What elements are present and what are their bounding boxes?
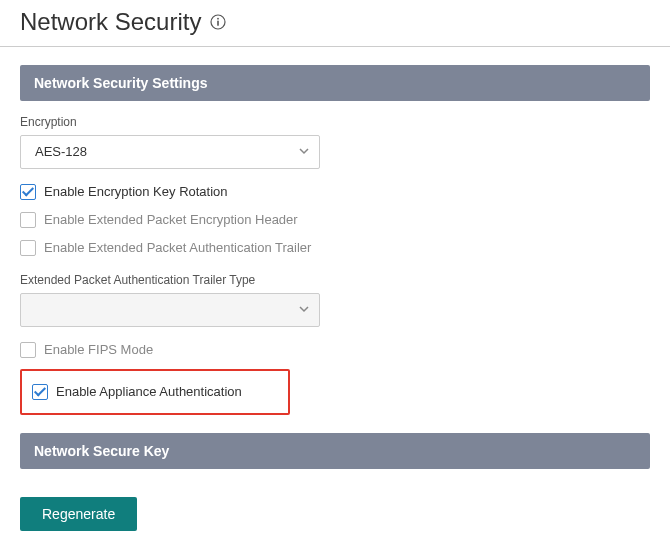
checkbox-label-rotation: Enable Encryption Key Rotation <box>44 183 228 201</box>
checkbox-ext-trailer[interactable] <box>20 240 36 256</box>
checkbox-ext-header[interactable] <box>20 212 36 228</box>
checkbox-row-appliance-auth[interactable]: Enable Appliance Authentication <box>32 383 278 401</box>
checkbox-label-fips: Enable FIPS Mode <box>44 341 153 359</box>
encryption-label: Encryption <box>20 115 650 129</box>
checkbox-row-fips[interactable]: Enable FIPS Mode <box>20 341 650 359</box>
checkbox-label-appliance-auth: Enable Appliance Authentication <box>56 383 242 401</box>
section-header-settings: Network Security Settings <box>20 65 650 101</box>
svg-point-1 <box>217 18 219 20</box>
checkbox-rotation[interactable] <box>20 184 36 200</box>
page-title-text: Network Security <box>20 8 201 36</box>
checkbox-row-ext-trailer[interactable]: Enable Extended Packet Authentication Tr… <box>20 239 650 257</box>
encryption-select-value: AES-128 <box>35 144 87 159</box>
trailer-type-label: Extended Packet Authentication Trailer T… <box>20 273 650 287</box>
svg-rect-2 <box>218 21 220 26</box>
checkbox-row-rotation[interactable]: Enable Encryption Key Rotation <box>20 183 650 201</box>
checkbox-row-ext-header[interactable]: Enable Extended Packet Encryption Header <box>20 211 650 229</box>
page-title: Network Security <box>0 0 670 47</box>
info-icon[interactable] <box>209 13 227 31</box>
checkbox-label-ext-header: Enable Extended Packet Encryption Header <box>44 211 298 229</box>
highlight-appliance-auth: Enable Appliance Authentication <box>20 369 290 415</box>
chevron-down-icon <box>298 301 310 319</box>
encryption-select[interactable]: AES-128 <box>20 135 320 169</box>
section-header-secure-key: Network Secure Key <box>20 433 650 469</box>
checkbox-fips[interactable] <box>20 342 36 358</box>
trailer-type-select[interactable] <box>20 293 320 327</box>
checkbox-appliance-auth[interactable] <box>32 384 48 400</box>
checkbox-label-ext-trailer: Enable Extended Packet Authentication Tr… <box>44 239 311 257</box>
chevron-down-icon <box>298 143 310 161</box>
regenerate-button[interactable]: Regenerate <box>20 497 137 531</box>
